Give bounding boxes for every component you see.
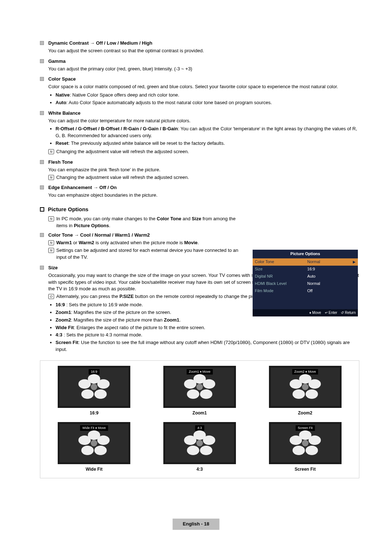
page-number: English - 18 [173, 519, 220, 530]
list-item: Wide Fit: Enlarges the aspect ratio of t… [56, 324, 359, 331]
flower-icon [183, 374, 216, 400]
gallery-caption: Zoom1 [152, 410, 247, 416]
gallery-caption: 16:9 [47, 410, 142, 416]
gallery-caption: Screen Fit [258, 466, 352, 472]
note: N In PC mode, you can only make changes … [48, 216, 243, 229]
gallery-cell-4-3: 4:3 4:3 [152, 422, 247, 472]
item-label: Dynamic Contrast → Off / Low / Medium / … [48, 40, 152, 47]
item-label: Color Tone → Cool / Normal / Warm1 / War… [48, 232, 150, 239]
tv-thumb: Zoom2 ♦ Move [269, 366, 342, 408]
bullet-square [40, 41, 44, 45]
item-label: White Balance [48, 110, 81, 117]
osd-foot-move: ♦ Move [309, 310, 321, 316]
tv-bar: Screen Fit [295, 425, 315, 431]
note: N Settings can be adjusted and stored fo… [48, 247, 243, 261]
bullet-square [40, 266, 44, 270]
osd-row-digital-nr[interactable]: Digital NRAuto [253, 273, 358, 280]
list-item: 4:3 : Sets the picture to 4:3 normal mod… [56, 332, 359, 339]
remote-icon: O [48, 294, 54, 299]
osd-key: Color Tone [255, 259, 307, 265]
bullet-square [40, 59, 44, 63]
item-label: Color Space [48, 76, 76, 83]
item-desc: You can emphasize object boundaries in t… [48, 192, 359, 199]
tv-thumb: 4:3 [163, 422, 236, 464]
bullet-square [40, 233, 44, 237]
osd-value: Auto [307, 274, 356, 279]
list-item: Screen Fit: Use the function to see the … [56, 339, 359, 353]
note-text: Changing the adjustment value will refre… [56, 148, 189, 155]
osd-row-color-tone[interactable]: Color Tone Normal ▶ [253, 258, 358, 266]
list-item: Zoom2: Magnifies the size of the picture… [56, 317, 359, 324]
sublist: R-Offset / G-Offset / B-Offset / R-Gain … [48, 126, 359, 147]
gallery-caption: Wide Fit [47, 466, 142, 472]
osd-foot-return: ↺ Return [341, 310, 356, 316]
item-dynamic-contrast: Dynamic Contrast → Off / Low / Medium / … [40, 40, 359, 54]
item-color-tone: Color Tone → Cool / Normal / Warm1 / War… [40, 232, 243, 261]
list-item: Auto: Auto Color Space automatically adj… [56, 99, 359, 106]
osd-value: Normal [307, 259, 353, 265]
tv-thumb: 16:9 [58, 366, 130, 408]
chevron-right-icon: ▶ [353, 259, 356, 265]
osd-value: Off [307, 288, 356, 294]
note: NChanging the adjustment value will refr… [48, 174, 359, 181]
note-icon: N [48, 216, 54, 221]
note-icon: N [48, 175, 54, 180]
gallery-cell-screen-fit: Screen Fit Screen Fit [258, 422, 352, 472]
gallery-cell-16-9: 16:9 16:9 [47, 366, 142, 416]
tv-thumb: Screen Fit [269, 422, 342, 464]
gallery-cell-zoom1: Zoom1 ♦ Move Zoom1 [152, 366, 247, 416]
note-text: Warm1 or Warm2 is only activated when th… [56, 240, 199, 246]
section-title: Picture Options [48, 205, 89, 213]
note-text: Settings can be adjusted and stored for … [56, 247, 243, 261]
bullet-square [40, 185, 44, 189]
item-desc: You can adjust the primary color (red, g… [48, 66, 359, 73]
item-gamma: Gamma You can adjust the primary color (… [40, 58, 359, 73]
osd-title: Picture Options [253, 250, 358, 258]
tv-bar: Zoom2 ♦ Move [292, 369, 318, 375]
item-white-balance: White Balance You can adjust the color t… [40, 110, 359, 155]
osd-key: Film Mode [255, 288, 307, 294]
bullet-square [40, 111, 44, 115]
bullet-square [40, 160, 44, 164]
osd-key: Digital NR [255, 274, 307, 279]
note-icon: N [48, 149, 54, 154]
note-icon: N [48, 240, 54, 245]
note-icon: N [48, 248, 54, 253]
item-color-space: Color Space Color space is a color matri… [40, 76, 359, 106]
osd-value: 16:9 [307, 266, 356, 272]
osd-key: Size [255, 266, 307, 272]
item-desc: You can emphasize the pink 'flesh tone' … [48, 167, 359, 173]
osd-row-film-mode[interactable]: Film ModeOff [253, 287, 358, 295]
item-desc: You can adjust the color temperature for… [48, 118, 359, 124]
osd-key: HDMI Black Level [255, 281, 307, 287]
gallery-cell-zoom2: Zoom2 ♦ Move Zoom2 [258, 366, 352, 416]
osd-row-size[interactable]: Size16:9 [253, 266, 358, 273]
flower-icon [289, 430, 322, 456]
item-label: Gamma [48, 58, 66, 65]
item-desc: Color space is a color matrix composed o… [48, 83, 359, 90]
item-flesh-tone: Flesh Tone You can emphasize the pink 'f… [40, 159, 359, 181]
item-label: Size [48, 265, 58, 271]
flower-icon [78, 374, 110, 400]
tv-bar: 16:9 [89, 369, 100, 375]
osd-footer: ♦ Move ↵ Enter ↺ Return [253, 309, 358, 317]
osd-value: Normal [307, 281, 356, 287]
tv-thumb: Zoom1 ♦ Move [163, 366, 236, 408]
section-square-icon [40, 207, 44, 212]
item-label: Edge Enhancement → Off / On [48, 184, 117, 191]
note: N Warm1 or Warm2 is only activated when … [48, 240, 243, 246]
section-picture-options: Picture Options [40, 205, 359, 213]
flower-icon [289, 374, 322, 400]
osd-row-hdmi-black[interactable]: HDMI Black LevelNormal [253, 280, 358, 287]
item-label: Flesh Tone [48, 159, 73, 166]
sublist: Native: Native Color Space offers deep a… [48, 92, 359, 106]
osd-foot-enter: ↵ Enter [325, 310, 338, 316]
note-text: Alternately, you can press the P.SIZE bu… [56, 293, 274, 300]
note: NChanging the adjustment value will refr… [48, 148, 359, 155]
osd-panel: Picture Options Color Tone Normal ▶ Size… [253, 250, 358, 316]
flower-icon [183, 430, 216, 456]
flower-icon [78, 430, 110, 456]
note-text: In PC mode, you can only make changes to… [56, 216, 243, 229]
list-item: Reset: The previously adjusted white bal… [56, 140, 359, 147]
tv-thumb: Wide Fit ♦ Move [58, 422, 130, 464]
